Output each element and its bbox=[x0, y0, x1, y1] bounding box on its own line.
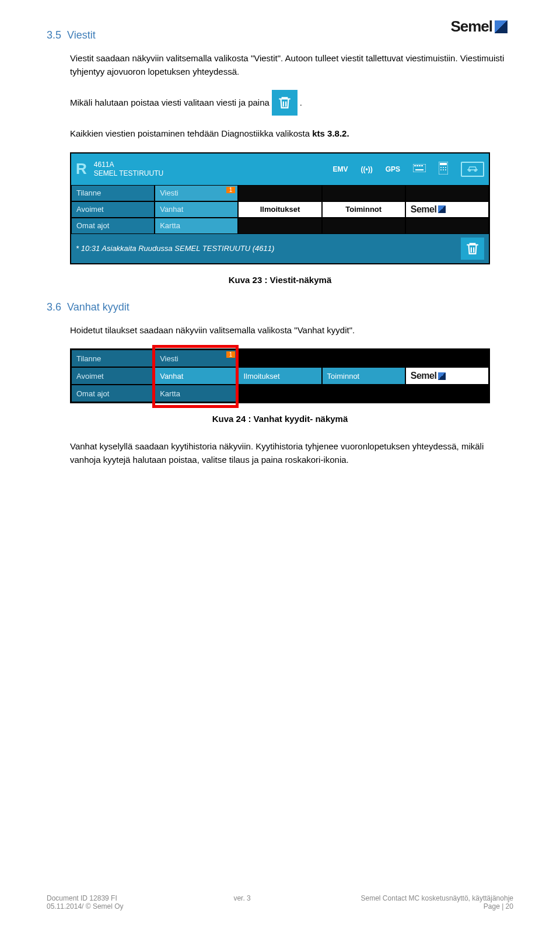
svg-point-15 bbox=[475, 169, 477, 171]
footer-date: 05.11.2014/ © Semel Oy bbox=[47, 902, 124, 910]
menu2-empty-6 bbox=[405, 385, 489, 402]
svg-point-10 bbox=[445, 167, 446, 168]
menu2-semel[interactable]: Semel bbox=[405, 367, 489, 385]
shot1-header: R 4611A SEMEL TESTIRUUTU EMV ((•)) GPS bbox=[71, 153, 489, 185]
menu2-ilmoitukset[interactable]: Ilmoitukset bbox=[238, 367, 321, 385]
trash-icon-button[interactable] bbox=[272, 90, 298, 116]
menu2-kartta[interactable]: Kartta bbox=[155, 385, 238, 402]
menu2-empty-4 bbox=[238, 385, 321, 402]
menu-empty-2 bbox=[322, 185, 405, 201]
section-title-text: Viestit bbox=[67, 29, 96, 41]
semel-logo-small: Semel bbox=[411, 204, 446, 215]
menu-viesti[interactable]: Viesti 1 bbox=[155, 185, 238, 201]
semel-text-2: Semel bbox=[411, 371, 437, 381]
footer-doc-id: Document ID 12839 FI bbox=[47, 894, 124, 902]
menu2-avoimet[interactable]: Avoimet bbox=[71, 367, 155, 385]
footer-left: Document ID 12839 FI 05.11.2014/ © Semel… bbox=[47, 894, 124, 910]
viesti-badge-2: 1 bbox=[226, 351, 236, 358]
status-r: R bbox=[76, 160, 87, 178]
section-3-6-heading: 3.6 Vanhat kyydit bbox=[47, 301, 513, 313]
semel-sq-icon-2 bbox=[438, 372, 446, 380]
semel-text: Semel bbox=[411, 204, 437, 215]
menu-empty-6 bbox=[405, 218, 489, 234]
keyboard-icon bbox=[413, 164, 426, 174]
svg-point-11 bbox=[440, 169, 442, 170]
paragraph-4: Hoidetut tilaukset saadaan näkyviin vali… bbox=[70, 324, 513, 337]
figure-caption-24: Kuva 24 : Vanhat kyydit- näkymä bbox=[47, 414, 513, 424]
menu2-empty-1 bbox=[238, 350, 321, 367]
svg-rect-3 bbox=[419, 165, 421, 166]
vehicle-code: 4611A bbox=[94, 161, 163, 169]
menu-semel[interactable]: Semel bbox=[405, 201, 489, 218]
menu-ilmoitukset[interactable]: Ilmoitukset bbox=[238, 201, 321, 218]
menu2-empty-2 bbox=[322, 350, 405, 367]
menu-empty-5 bbox=[322, 218, 405, 234]
para2-text-a: Mikäli halutaan poistaa viesti valitaan … bbox=[70, 96, 270, 110]
menu2-toiminnot[interactable]: Toiminnot bbox=[322, 367, 405, 385]
menu-kartta[interactable]: Kartta bbox=[155, 218, 238, 234]
figure-caption-23: Kuva 23 : Viestit-näkymä bbox=[47, 275, 513, 285]
menu-empty-4 bbox=[238, 218, 321, 234]
shot1-status-bar: * 10:31 Asiakkaita Ruudussa SEMEL TESTIR… bbox=[71, 234, 489, 263]
screenshot-viestit: R 4611A SEMEL TESTIRUUTU EMV ((•)) GPS T… bbox=[70, 152, 490, 264]
footer-right: Semel Contact MC kosketusnäyttö, käyttäj… bbox=[361, 894, 513, 910]
screenshot-vanhat: Tilanne Viesti 1 Avoimet Vanhat Ilmoituk… bbox=[70, 348, 490, 403]
menu-avoimet[interactable]: Avoimet bbox=[71, 201, 155, 218]
menu-omat-ajot[interactable]: Omat ajot bbox=[71, 218, 155, 234]
shot1-title-block: 4611A SEMEL TESTIRUUTU bbox=[94, 161, 163, 177]
para3-text-a: Kaikkien viestien poistaminen tehdään Di… bbox=[70, 128, 312, 138]
semel-logo-small-2: Semel bbox=[411, 371, 446, 381]
svg-point-13 bbox=[445, 169, 446, 170]
para3-text-b: kts 3.8.2. bbox=[312, 128, 349, 138]
svg-rect-1 bbox=[414, 165, 416, 166]
menu-empty-3 bbox=[405, 185, 489, 201]
status-trash-button[interactable] bbox=[461, 238, 484, 260]
para2-text-b: . bbox=[300, 96, 302, 110]
svg-point-8 bbox=[440, 167, 442, 168]
vehicle-name: SEMEL TESTIRUUTU bbox=[94, 169, 163, 177]
gps-label: GPS bbox=[386, 165, 400, 173]
section-title-36: Vanhat kyydit bbox=[67, 301, 130, 313]
footer-page-num: Page | 20 bbox=[361, 902, 513, 910]
section-3-5-heading: 3.5 Viestit bbox=[47, 29, 513, 41]
calculator-icon bbox=[439, 162, 448, 176]
brand-logo: Semel bbox=[450, 18, 508, 36]
menu-vanhat[interactable]: Vanhat bbox=[155, 201, 238, 218]
footer-center: ver. 3 bbox=[233, 894, 250, 910]
svg-rect-4 bbox=[421, 165, 423, 166]
menu-tilanne[interactable]: Tilanne bbox=[71, 185, 155, 201]
menu2-viesti-label: Viesti bbox=[160, 354, 178, 363]
section-num-36: 3.6 bbox=[47, 301, 61, 313]
semel-sq-icon bbox=[438, 205, 446, 213]
emv-label: EMV bbox=[332, 165, 348, 173]
menu2-empty-5 bbox=[322, 385, 405, 402]
svg-rect-2 bbox=[416, 165, 418, 166]
menu2-viesti[interactable]: Viesti 1 bbox=[155, 350, 238, 367]
section-num: 3.5 bbox=[47, 29, 61, 41]
brand-icon bbox=[495, 20, 508, 33]
paragraph-3: Kaikkien viestien poistaminen tehdään Di… bbox=[70, 127, 513, 141]
shot1-menu-grid: Tilanne Viesti 1 Avoimet Vanhat Ilmoituk… bbox=[71, 185, 489, 234]
menu-viesti-label: Viesti bbox=[160, 189, 178, 197]
menu-toiminnot[interactable]: Toiminnot bbox=[322, 201, 405, 218]
menu2-tilanne[interactable]: Tilanne bbox=[71, 350, 155, 367]
paragraph-2: Mikäli halutaan poistaa viesti valitaan … bbox=[70, 90, 513, 116]
paragraph-5: Vanhat kyselyllä saadaan kyytihistoria n… bbox=[70, 440, 513, 466]
svg-point-14 bbox=[469, 169, 471, 171]
menu2-omat-ajot[interactable]: Omat ajot bbox=[71, 385, 155, 402]
shot2-menu-grid: Tilanne Viesti 1 Avoimet Vanhat Ilmoituk… bbox=[71, 350, 489, 402]
menu2-vanhat[interactable]: Vanhat bbox=[155, 367, 238, 385]
footer-title: Semel Contact MC kosketusnäyttö, käyttäj… bbox=[361, 894, 513, 902]
shot1-status-icons: EMV ((•)) GPS bbox=[332, 162, 484, 177]
menu-empty-1 bbox=[238, 185, 321, 201]
signal-icon: ((•)) bbox=[360, 165, 372, 173]
status-message: * 10:31 Asiakkaita Ruudussa SEMEL TESTIR… bbox=[76, 244, 274, 253]
paragraph-1: Viestit saadaan näkyviin valitsemalla va… bbox=[70, 52, 513, 78]
brand-text: Semel bbox=[450, 18, 492, 36]
viesti-badge: 1 bbox=[226, 187, 236, 193]
svg-point-12 bbox=[443, 169, 444, 170]
trash-icon bbox=[465, 241, 480, 256]
car-icon bbox=[461, 162, 484, 177]
trash-icon bbox=[277, 95, 292, 110]
svg-point-9 bbox=[443, 167, 444, 168]
